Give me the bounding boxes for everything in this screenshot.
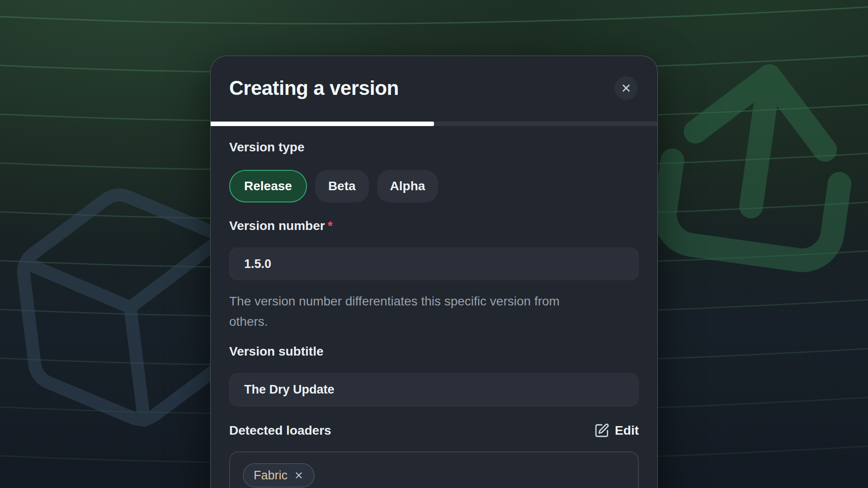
loader-chip-fabric[interactable]: Fabric bbox=[243, 463, 315, 488]
detected-loaders-box: Fabric bbox=[229, 451, 639, 488]
version-subtitle-input[interactable] bbox=[229, 373, 639, 406]
detected-loaders-label: Detected loaders bbox=[229, 423, 331, 438]
version-type-options: Release Beta Alpha bbox=[229, 170, 438, 202]
edit-pencil-icon bbox=[594, 423, 609, 438]
loader-chip-label: Fabric bbox=[254, 469, 288, 483]
version-number-help: The version number differentiates this s… bbox=[229, 291, 591, 332]
version-type-label: Version type bbox=[229, 140, 305, 155]
modal-title: Creating a version bbox=[229, 77, 399, 99]
beta-button[interactable]: Beta bbox=[315, 170, 369, 202]
progress-bar bbox=[211, 122, 657, 126]
create-version-modal: Creating a version Version type Release … bbox=[210, 56, 658, 488]
page-background: Creating a version Version type Release … bbox=[0, 0, 868, 488]
version-subtitle-label: Version subtitle bbox=[229, 344, 324, 359]
version-number-input[interactable] bbox=[229, 248, 639, 280]
close-button[interactable] bbox=[614, 76, 638, 100]
edit-loaders-button[interactable]: Edit bbox=[594, 423, 639, 438]
remove-loader-icon[interactable] bbox=[294, 470, 304, 480]
alpha-button[interactable]: Alpha bbox=[377, 170, 439, 202]
version-number-label: Version number* bbox=[229, 219, 333, 233]
required-asterisk: * bbox=[328, 219, 333, 233]
edit-label: Edit bbox=[615, 423, 639, 438]
close-icon bbox=[620, 82, 632, 94]
progress-bar-fill bbox=[211, 122, 434, 126]
release-button[interactable]: Release bbox=[229, 170, 307, 202]
